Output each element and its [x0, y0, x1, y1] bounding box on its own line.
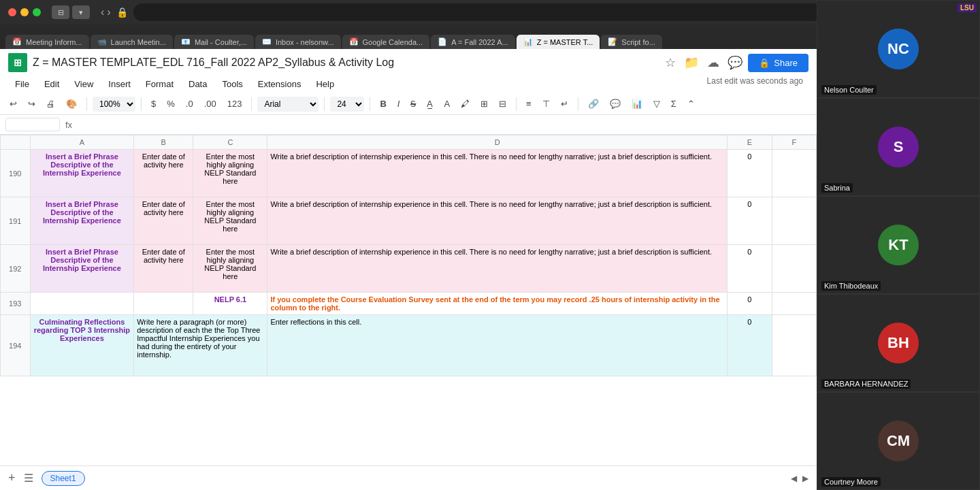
- cell-190-5[interactable]: [772, 150, 816, 197]
- menu-edit[interactable]: Edit: [37, 76, 66, 92]
- sidebar-toggle[interactable]: ⊟: [52, 5, 69, 19]
- cell-192-5[interactable]: [772, 245, 816, 293]
- scroll-left-icon[interactable]: ◀: [791, 474, 797, 483]
- formula-input[interactable]: Total Documented Hours for Rounds 1-4 of…: [78, 120, 811, 129]
- redo-button[interactable]: ↪: [24, 96, 39, 112]
- number-format-button[interactable]: 123: [223, 96, 246, 112]
- menu-file[interactable]: File: [8, 76, 36, 92]
- col-header-a[interactable]: A: [30, 135, 134, 150]
- browser-tab-mail---coulter----[interactable]: 📧Mail - Coulter,...: [174, 35, 254, 49]
- cell-192-1[interactable]: Enter date of activity here: [134, 245, 193, 293]
- decimal-increase-button[interactable]: .00: [200, 96, 220, 112]
- cell-190-0[interactable]: Insert a Brief Phrase Descriptive of the…: [30, 150, 134, 197]
- menu-format[interactable]: Format: [139, 76, 180, 92]
- col-header-b[interactable]: B: [134, 135, 193, 150]
- filter-button[interactable]: ▽: [649, 96, 664, 112]
- cell-191-0[interactable]: Insert a Brief Phrase Descriptive of the…: [30, 197, 134, 245]
- comment-icon[interactable]: 💬: [728, 55, 742, 70]
- cell-190-3[interactable]: Write a brief description of internship …: [267, 150, 728, 197]
- menu-tools[interactable]: Tools: [215, 76, 249, 92]
- menu-insert[interactable]: Insert: [101, 76, 137, 92]
- sheet-list-button[interactable]: ☰: [24, 472, 33, 485]
- cell-191-5[interactable]: [772, 197, 816, 245]
- minimize-button[interactable]: [20, 8, 29, 16]
- browser-tab-a---fall------a---[interactable]: 📄A = Fall 2022 A...: [431, 35, 514, 49]
- decimal-decrease-button[interactable]: .0: [182, 96, 197, 112]
- font-size-select[interactable]: 24: [330, 97, 364, 112]
- sheet-tab-1[interactable]: Sheet1: [42, 471, 85, 486]
- browser-tab-script-fo---[interactable]: 📝Script fo...: [601, 35, 662, 49]
- undo-button[interactable]: ↩: [5, 96, 21, 112]
- col-header-d[interactable]: D: [267, 135, 728, 150]
- paint-format-button[interactable]: 🎨: [62, 96, 81, 112]
- cell-193-1[interactable]: [134, 293, 193, 315]
- valign-button[interactable]: ⊤: [538, 96, 554, 112]
- strikethrough-button[interactable]: S̶: [406, 96, 420, 112]
- cell-192-2[interactable]: Enter the most highly aligning NELP Stan…: [193, 245, 267, 293]
- italic-button[interactable]: I: [393, 96, 404, 112]
- cell-192-0[interactable]: Insert a Brief Phrase Descriptive of the…: [30, 245, 134, 293]
- bold-button[interactable]: B: [376, 96, 390, 112]
- function-button[interactable]: Σ: [667, 96, 681, 112]
- text-wrap-button[interactable]: ↵: [557, 96, 572, 112]
- cell-193-2[interactable]: NELP 6.1: [193, 293, 267, 315]
- chart-button[interactable]: 📊: [627, 96, 647, 112]
- font-select[interactable]: Arial: [257, 97, 318, 112]
- print-button[interactable]: 🖨: [42, 96, 59, 112]
- zoom-select[interactable]: 100%: [93, 97, 135, 112]
- cell-193-5[interactable]: [772, 293, 816, 315]
- more-button[interactable]: ⌃: [683, 96, 699, 112]
- currency-button[interactable]: $: [147, 96, 160, 112]
- window-toggle[interactable]: ▾: [72, 5, 90, 19]
- cell-194-3[interactable]: Enter reflections in this cell.: [267, 315, 728, 376]
- col-header-c[interactable]: C: [193, 135, 267, 150]
- star-icon[interactable]: ☆: [665, 55, 676, 70]
- browser-tab-inbox---nelsonw---[interactable]: ✉️Inbox - nelsonw...: [255, 35, 341, 49]
- link-button[interactable]: 🔗: [584, 96, 603, 112]
- cell-190-1[interactable]: Enter date of activity here: [134, 150, 193, 197]
- browser-tab-launch-meetin---[interactable]: 📹Launch Meetin...: [91, 35, 173, 49]
- col-header-e[interactable]: E: [728, 135, 772, 150]
- menu-view[interactable]: View: [67, 76, 100, 92]
- percent-button[interactable]: %: [163, 96, 179, 112]
- cell-193-0[interactable]: [30, 293, 134, 315]
- cell-reference[interactable]: A199:D199: [5, 118, 60, 131]
- browser-tab-google-calenda---[interactable]: 📅Google Calenda...: [342, 35, 430, 49]
- scroll-right-icon[interactable]: ▶: [802, 474, 808, 483]
- browser-tab-z---master-t---[interactable]: 📊Z = MASTER T...: [517, 35, 600, 49]
- browser-tab-meeting-inform---[interactable]: 📅Meeting Inform...: [5, 35, 89, 49]
- underline-button[interactable]: A̲: [423, 96, 437, 112]
- cell-193-3[interactable]: If you complete the Course Evaluation Su…: [267, 293, 728, 315]
- cell-190-2[interactable]: Enter the most highly aligning NELP Stan…: [193, 150, 267, 197]
- text-color-button[interactable]: A: [440, 96, 454, 112]
- cell-194-0[interactable]: Culminating Reflections regarding TOP 3 …: [30, 315, 134, 376]
- menu-help[interactable]: Help: [309, 76, 341, 92]
- cell-191-2[interactable]: Enter the most highly aligning NELP Stan…: [193, 197, 267, 245]
- cell-193-4[interactable]: 0: [728, 293, 772, 315]
- comment-button[interactable]: 💬: [606, 96, 625, 112]
- highlight-button[interactable]: 🖍: [457, 96, 474, 112]
- cell-194-4[interactable]: 0: [728, 315, 772, 376]
- cell-194-5[interactable]: [772, 315, 816, 376]
- cell-192-3[interactable]: Write a brief description of internship …: [267, 245, 728, 293]
- forward-button[interactable]: ›: [107, 6, 110, 18]
- cell-192-4[interactable]: 0: [728, 245, 772, 293]
- cell-191-1[interactable]: Enter date of activity here: [134, 197, 193, 245]
- back-button[interactable]: ‹: [101, 6, 104, 18]
- cloud-icon[interactable]: ☁: [707, 55, 719, 70]
- folder-icon[interactable]: 📁: [684, 55, 699, 70]
- cell-194-1[interactable]: Write here a paragraph (or more) descrip…: [134, 315, 267, 376]
- menu-extensions[interactable]: Extensions: [251, 76, 308, 92]
- close-button[interactable]: [8, 8, 16, 16]
- merge-button[interactable]: ⊟: [495, 96, 510, 112]
- share-button[interactable]: 🔒 Share: [748, 54, 808, 72]
- add-sheet-button[interactable]: +: [8, 471, 16, 485]
- cell-190-4[interactable]: 0: [728, 150, 772, 197]
- maximize-button[interactable]: [33, 8, 41, 16]
- cell-191-4[interactable]: 0: [728, 197, 772, 245]
- col-header-f[interactable]: F: [772, 135, 816, 150]
- cell-191-3[interactable]: Write a brief description of internship …: [267, 197, 728, 245]
- borders-button[interactable]: ⊞: [476, 96, 492, 112]
- menu-data[interactable]: Data: [182, 76, 214, 92]
- align-button[interactable]: ≡: [522, 96, 536, 112]
